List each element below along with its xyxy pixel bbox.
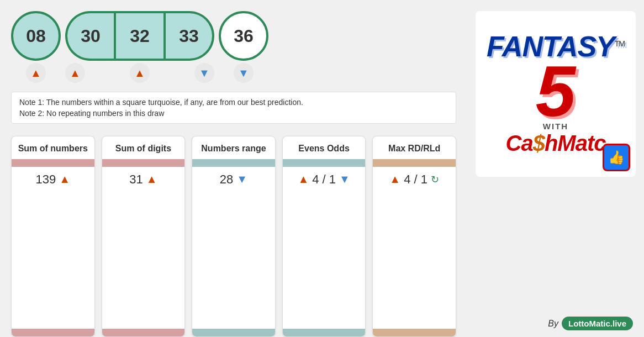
stat-card-max-rd: Max RD/RLd ▲ 4 / 1 ↻	[372, 136, 456, 337]
stat-sum-digits-number: 31	[129, 172, 142, 187]
ball-3-number: 32	[130, 26, 150, 46]
ball-container-2: 30 32 33 ▲ ▲	[65, 11, 214, 83]
stat-evens-odds-bar-top	[283, 159, 366, 167]
balls-row: 08 ▲ 30 32 33	[11, 11, 456, 83]
stat-sum-numbers-title: Sum of numbers	[14, 136, 92, 159]
stat-card-sum-numbers: Sum of numbers 139 ▲	[11, 136, 95, 337]
stat-max-rd-bar-top	[373, 159, 456, 167]
ball-2-number: 30	[81, 26, 101, 46]
ball-1-up-arrow: ▲	[30, 67, 41, 80]
ball-container-1: 08 ▲	[11, 11, 61, 83]
ball-1-number: 08	[26, 26, 46, 46]
attribution: By LottoMatic.live	[548, 317, 633, 330]
attribution-link[interactable]: LottoMatic.live	[562, 317, 633, 330]
main-container: 08 ▲ 30 32 33	[0, 0, 644, 337]
stats-row: Sum of numbers 139 ▲ Sum of digits 31 ▲	[11, 136, 456, 337]
stat-sum-digits-bar-top	[102, 159, 185, 167]
stat-sum-digits-bar-bottom	[102, 329, 185, 336]
stat-numbers-range-bar-top	[192, 159, 275, 167]
ball-4: 33	[165, 11, 214, 61]
ball-2: 30	[65, 11, 115, 61]
ball-container-5: 36 ▼	[219, 11, 268, 83]
stat-evens-odds-number: 4 / 1	[312, 172, 336, 187]
stat-evens-odds-arrow-right: ▼	[339, 173, 350, 186]
ball-4-number: 33	[179, 26, 199, 46]
ball-5-arrow-btn[interactable]: ▼	[234, 63, 254, 83]
thumbs-up-icon: 👍	[608, 150, 625, 165]
stat-numbers-range-value: 28 ▼	[215, 167, 252, 192]
stat-sum-numbers-bar-bottom	[12, 329, 94, 336]
ball-1-arrow-btn[interactable]: ▲	[26, 63, 46, 83]
ball-3-up-arrow: ▲	[134, 67, 145, 80]
stat-max-rd-refresh-icon: ↻	[431, 173, 439, 186]
stat-max-rd-arrow-left: ▲	[389, 173, 400, 186]
stat-sum-numbers-number: 139	[36, 172, 56, 187]
stat-numbers-range-title: Numbers range	[197, 136, 270, 159]
ball-4-down-arrow: ▼	[199, 67, 210, 80]
stat-numbers-range-number: 28	[220, 172, 233, 187]
attribution-by: By	[548, 319, 558, 329]
stat-max-rd-value: ▲ 4 / 1 ↻	[385, 167, 444, 192]
fantasy-logo: FANTASYTM 5 WITH Ca$hMatc	[481, 27, 630, 162]
ball-3: 32	[115, 11, 165, 61]
tm-text: TM	[615, 39, 625, 48]
note-2: Note 2: No repeating numbers in this dra…	[19, 109, 448, 118]
stat-numbers-range-bar-bottom	[192, 329, 275, 336]
stat-sum-numbers-arrow: ▲	[59, 173, 70, 186]
logo-area: FANTASYTM 5 WITH Ca$hMatc 👍	[476, 11, 636, 177]
ball-5-down-arrow: ▼	[238, 67, 249, 80]
notes-section: Note 1: The numbers within a square turq…	[11, 92, 456, 124]
stat-card-sum-digits: Sum of digits 31 ▲	[102, 136, 186, 337]
ball-5: 36	[219, 11, 268, 61]
ball-2-arrow-btn[interactable]: ▲	[65, 63, 85, 83]
five-text: 5	[487, 61, 625, 122]
right-panel: FANTASYTM 5 WITH Ca$hMatc 👍 By LottoMati…	[467, 0, 644, 337]
stat-card-numbers-range: Numbers range 28 ▼	[192, 136, 276, 337]
stat-evens-odds-arrow-left: ▲	[298, 173, 309, 186]
stat-sum-numbers-bar-top	[12, 159, 94, 167]
stat-sum-digits-title: Sum of digits	[111, 136, 176, 159]
stat-sum-digits-value: 31 ▲	[125, 167, 161, 192]
stat-sum-digits-arrow: ▲	[146, 173, 157, 186]
ball-3-arrow-btn[interactable]: ▲	[130, 63, 150, 83]
stat-sum-numbers-value: 139 ▲	[31, 167, 75, 192]
stat-max-rd-title: Max RD/RLd	[384, 136, 445, 159]
ball-1: 08	[11, 11, 61, 61]
ball-4-arrow-btn[interactable]: ▼	[194, 63, 214, 83]
ball-2-up-arrow: ▲	[70, 67, 81, 80]
stat-evens-odds-value: ▲ 4 / 1 ▼	[293, 167, 354, 192]
stat-evens-odds-title: Evens Odds	[294, 136, 353, 159]
stat-card-evens-odds: Evens Odds ▲ 4 / 1 ▼	[282, 136, 366, 337]
ball-5-number: 36	[234, 26, 254, 46]
thumbs-up-button[interactable]: 👍	[603, 144, 630, 171]
with-text: WITH	[487, 122, 625, 131]
stat-max-rd-bar-bottom	[373, 329, 456, 336]
left-panel: 08 ▲ 30 32 33	[0, 0, 467, 337]
note-1: Note 1: The numbers within a square turq…	[19, 98, 448, 107]
stat-max-rd-number: 4 / 1	[404, 172, 427, 187]
stat-numbers-range-arrow: ▼	[236, 173, 247, 186]
stat-evens-odds-bar-bottom	[283, 329, 366, 336]
